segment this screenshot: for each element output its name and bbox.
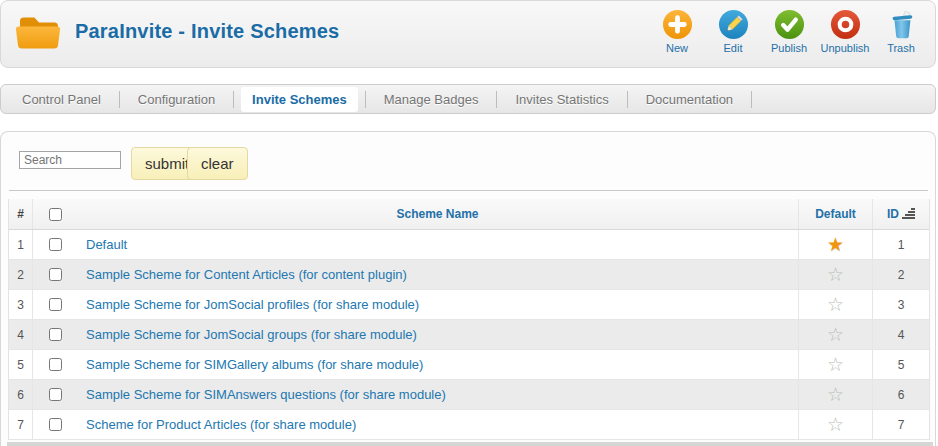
publish-button[interactable]: Publish [761,7,817,54]
tab-divider [751,91,752,108]
new-button-label: New [666,42,688,54]
row-index: 3 [9,290,33,319]
row-index: 7 [9,410,33,439]
row-checkbox[interactable] [49,238,62,251]
table-row: 7 Scheme for Product Articles (for share… [9,410,929,440]
search-table-divider [9,190,928,191]
tab-divider [233,91,234,108]
tab-bar: Control Panel Configuration Invite Schem… [0,84,936,114]
table-header-row: # Scheme Name Default ID [9,199,929,230]
table-row: 4 Sample Scheme for JomSocial groups (fo… [9,320,929,350]
column-header-id[interactable]: ID [887,207,899,221]
tab-invite-schemes[interactable]: Invite Schemes [241,87,358,112]
search-input[interactable] [19,151,121,169]
row-id: 2 [872,260,929,289]
page-title: ParaInvite - Invite Schemes [75,20,339,43]
row-id: 1 [872,230,929,259]
scheme-name-link[interactable]: Sample Scheme for Content Articles (for … [86,267,407,282]
row-checkbox[interactable] [49,268,62,281]
column-header-default[interactable]: Default [815,207,856,221]
new-button[interactable]: New [649,7,705,54]
unpublish-button-label: Unpublish [821,42,870,54]
select-all-checkbox[interactable] [49,208,62,221]
trash-icon [886,9,917,40]
tab-documentation[interactable]: Documentation [635,87,744,112]
default-star-icon[interactable]: ☆ [827,265,844,284]
scheme-name-link[interactable]: Sample Scheme for SIMGallery albums (for… [86,357,423,372]
trash-button-label: Trash [887,42,915,54]
panel-bottom-edge [7,442,933,446]
trash-button[interactable]: Trash [873,7,929,54]
folder-icon [14,9,62,53]
table-row: 5 Sample Scheme for SIMGallery albums (f… [9,350,929,380]
row-checkbox[interactable] [49,328,62,341]
default-star-icon[interactable]: ☆ [827,355,844,374]
new-plus-icon [662,9,693,40]
row-checkbox[interactable] [49,298,62,311]
row-index: 2 [9,260,33,289]
row-id: 3 [872,290,929,319]
column-header-index: # [9,199,33,229]
tab-divider [627,91,628,108]
clear-button[interactable]: clear [187,147,248,180]
edit-button-label: Edit [724,42,743,54]
row-id: 7 [872,410,929,439]
column-header-scheme-name[interactable]: Scheme Name [396,207,478,221]
table-row: 2 Sample Scheme for Content Articles (fo… [9,260,929,290]
tab-divider [496,91,497,108]
row-id: 5 [872,350,929,379]
scheme-name-link[interactable]: Scheme for Product Articles (for share m… [86,417,356,432]
default-star-icon[interactable]: ☆ [827,415,844,434]
row-checkbox[interactable] [49,388,62,401]
sort-descending-icon [902,208,915,220]
tab-divider [119,91,120,108]
unpublish-button[interactable]: Unpublish [817,7,873,54]
edit-button[interactable]: Edit [705,7,761,54]
main-panel: submit clear # Scheme Name Default ID [0,131,936,446]
unpublish-circle-icon [830,9,861,40]
parainvite-admin-page: ParaInvite - Invite Schemes New [0,0,938,446]
page-header: ParaInvite - Invite Schemes New [0,0,936,68]
publish-check-icon [774,9,805,40]
row-index: 6 [9,380,33,409]
publish-button-label: Publish [771,42,807,54]
scheme-name-link[interactable]: Sample Scheme for SIMAnswers questions (… [86,387,446,402]
scheme-name-link[interactable]: Sample Scheme for JomSocial groups (for … [86,327,417,342]
row-index: 5 [9,350,33,379]
toolbar: New Edit [649,7,929,54]
table-row: 3 Sample Scheme for JomSocial profiles (… [9,290,929,320]
row-id: 4 [872,320,929,349]
default-star-icon[interactable]: ★ [827,235,844,254]
row-id: 6 [872,380,929,409]
tab-divider [365,91,366,108]
scheme-name-link[interactable]: Default [86,237,127,252]
edit-pencil-icon [718,9,749,40]
default-star-icon[interactable]: ☆ [827,385,844,404]
default-star-icon[interactable]: ☆ [827,325,844,344]
tab-control-panel[interactable]: Control Panel [11,87,112,112]
row-checkbox[interactable] [49,418,62,431]
tab-manage-badges[interactable]: Manage Badges [373,87,490,112]
row-index: 1 [9,230,33,259]
table-row: 6 Sample Scheme for SIMAnswers questions… [9,380,929,410]
tab-invites-statistics[interactable]: Invites Statistics [504,87,619,112]
row-checkbox[interactable] [49,358,62,371]
scheme-name-link[interactable]: Sample Scheme for JomSocial profiles (fo… [86,297,419,312]
default-star-icon[interactable]: ☆ [827,295,844,314]
row-index: 4 [9,320,33,349]
schemes-table: # Scheme Name Default ID [8,199,930,440]
tab-configuration[interactable]: Configuration [127,87,226,112]
table-row: 1 Default ★ 1 [9,230,929,260]
